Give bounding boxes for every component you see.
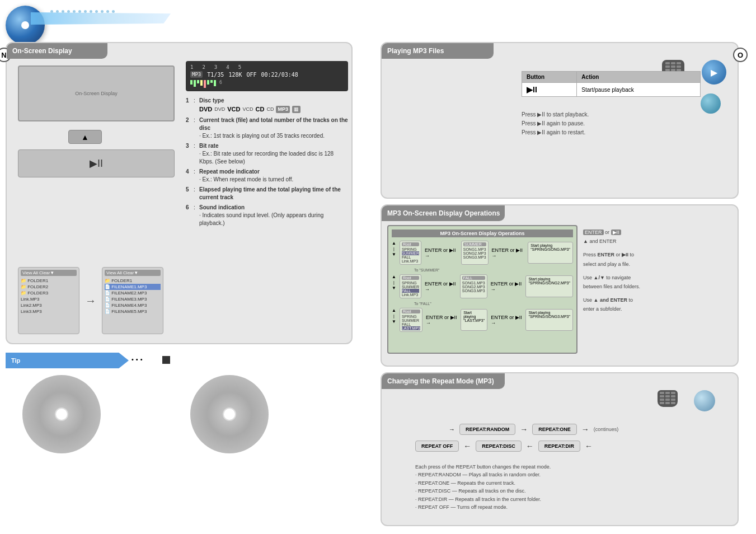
mp3-node-item: LAST.MP3	[402, 326, 420, 330]
osd-icons-row: MP3 T1/35 128K OFF 00:22/03:48	[190, 71, 298, 78]
info-row-3: 3 : Bit rate · Ex.: Bit rate used for re…	[186, 142, 348, 166]
enter-strong: ENTER	[598, 252, 615, 257]
remote-btn	[671, 62, 675, 64]
mp3-row-2: ▲ | ▼ Root SPRING SUMMER FALL Link.MP3 E…	[392, 274, 573, 298]
mp3-node-item: SUMMER	[402, 251, 419, 255]
remote-btn	[665, 395, 670, 397]
ribbon-decoration	[31, 12, 171, 25]
disc-type-dvdr: DVD	[214, 106, 225, 113]
repeat-desc-5: · REPEAT:DIR — Repeats all tracks in the…	[415, 495, 701, 503]
mp3-node-summer: SUMMER SONG1.MP3 SONG2.MP3 SONG3.MP3	[461, 241, 489, 265]
repeat-remote-body	[658, 390, 678, 407]
disc-shape-left	[22, 375, 101, 453]
mp3-node-item: SONG3.MP3	[463, 255, 486, 259]
info-detail-6: · Indicates sound input level. (Only app…	[199, 212, 348, 227]
up-arrow-nav-3: ▲	[392, 308, 396, 313]
play-result-file-3: "LAST.MP3"	[463, 318, 485, 322]
remote-btn	[677, 62, 681, 64]
info-label-6: Sound indication	[199, 204, 245, 210]
mp3-node-item: FALL	[402, 255, 419, 259]
osd-screen-box: On-Screen Display	[18, 65, 175, 121]
remote-btn	[665, 402, 670, 404]
top-decoration	[0, 0, 190, 45]
mp3-instr-1: ENTER or ▶II	[583, 228, 734, 237]
file-item: 📄 FILENAME5.MP3	[105, 308, 161, 315]
disc-type-vcd: VCD	[227, 105, 240, 114]
up-arrow-button[interactable]: ▲	[68, 130, 102, 144]
mp3-node-title: SUMMER	[463, 242, 486, 246]
play-result-4: Start playing "SPRING/SONG3.MP3"	[525, 309, 573, 331]
disc-center-left	[55, 407, 68, 421]
repeat-one-box: REPEAT:ONE	[532, 424, 576, 435]
info-label-5: Elapsed playing time and the total playi…	[199, 186, 341, 200]
stop-icon	[162, 356, 170, 364]
enter-btn-label: ENTER	[583, 229, 604, 235]
file-list-area: View All Clear▼ 📁 FOLDER1 📁 FOLDER2 📁 FO…	[18, 267, 163, 334]
repeat-arrow-3: ←	[463, 442, 471, 451]
file-item: 📁 FOLDER1	[21, 278, 77, 284]
disc-type-icon: ▦	[292, 106, 300, 113]
remote-btn-row	[659, 402, 677, 404]
mp3-node-item: SPRING	[402, 281, 419, 285]
file-item: 📄 FILENAME4.MP3	[105, 302, 161, 308]
file-item: 📄 FILENAME2.MP3	[105, 290, 161, 296]
desc-line-3: Press ▶II again to restart.	[522, 128, 701, 137]
mp3-instr-8: enter a subfolder.	[583, 305, 734, 313]
remote-btn	[660, 395, 664, 397]
repeat-flow-bottom: REPEAT OFF ← REPEAT:DISC ← REPEAT:DIR ←	[415, 441, 701, 452]
info-text-4: Repeat mode indicator · Ex.: When repeat…	[199, 168, 348, 184]
mp3-instr-5: Use ▲/▼ to navigate	[583, 273, 734, 282]
remote-btn	[671, 399, 675, 401]
info-row-6: 6 : Sound indication · Indicates sound i…	[186, 204, 348, 227]
info-row-4: 4 : Repeat mode indicator · Ex.: When re…	[186, 168, 348, 184]
file-item-selected: 📄 FILENAME1.MP3	[105, 284, 161, 290]
table-col-action: Action	[577, 72, 701, 83]
mp3-instructions: ENTER or ▶II ▲ and ENTER Press ENTER or …	[583, 228, 734, 314]
mp3-node-title: Root	[402, 310, 420, 313]
left-panel-title: On-Screen Display	[12, 47, 72, 55]
remote-btn-row	[659, 399, 677, 401]
disc-type-cd: CD	[256, 105, 265, 114]
mp3-osd-screen: MP3 On-Screen Display Operations ▲ | ▼ R…	[387, 225, 577, 354]
repeat-panel-header: Changing the Repeat Mode (MP3)	[382, 373, 505, 389]
repeat-flow-top: → REPEAT:RANDOM → REPEAT:ONE → (continue…	[449, 424, 701, 435]
mp3-instr-6: between files and folders.	[583, 282, 734, 291]
osd-disc-icon: MP3	[190, 71, 203, 78]
mp3-node-title: Root	[402, 242, 419, 246]
mp3-node-item: SPRING	[402, 315, 420, 318]
tip-dots: • • •	[132, 356, 143, 363]
info-list: 1 : Disc type DVD DVD VCD VCD CD CD MP3 …	[186, 97, 348, 227]
repeat-off-box: REPEAT OFF	[415, 441, 459, 452]
play-pause-icon: ▶II	[90, 157, 103, 170]
tip-banner: Tip	[6, 353, 129, 368]
remote-btn	[665, 399, 670, 401]
play-strong: ▶II	[622, 252, 628, 257]
desc-line-2: Press ▶II again to pause.	[522, 119, 701, 128]
info-text-1: Disc type DVD DVD VCD VCD CD CD MP3 ▦	[199, 97, 348, 114]
osd-sound-bars: 6	[190, 80, 298, 88]
right-top-panel: Playing MP3 Files O	[381, 42, 739, 199]
repeat-arrow-1: →	[520, 425, 528, 434]
play-result-2: Start playing "SPRING/SONG2.MP3"	[525, 275, 573, 297]
repeat-disc-box: REPEAT:DISC	[476, 441, 521, 452]
enter-arrow-1: ENTER or ▶II →	[425, 247, 458, 259]
mp3-row-1: ▲ | ▼ Root SPRING SUMMER FALL Link.MP3 E…	[392, 241, 573, 265]
mp3-col-nav-2: ▲ | ▼	[392, 274, 396, 298]
mp3-node-item: FALL	[402, 289, 419, 293]
disc-type-cdr: CD	[266, 106, 274, 113]
mp3-col-nav: ▲ | ▼	[392, 241, 396, 265]
mp3-node-root-2: Root SPRING SUMMER FALL Link.MP3	[400, 274, 421, 298]
play-section: ▶II	[18, 149, 175, 177]
repeat-desc-2: · REPEAT:RANDOM — Plays all tracks in ra…	[415, 471, 701, 479]
info-text-5: Elapsed playing time and the total playi…	[199, 186, 348, 202]
play-button-circle[interactable]: ▶	[702, 60, 726, 85]
file-item: Link2.MP3	[21, 302, 77, 308]
repeat-one-label: REPEAT:ONE	[538, 427, 570, 432]
tip-label: Tip	[11, 357, 20, 364]
osd-track: T1/35	[207, 72, 224, 78]
mp3-node-item: SONG2.MP3	[462, 285, 485, 289]
repeat-arrow-5: ←	[585, 442, 593, 451]
play-result-text: Start playing	[530, 243, 570, 247]
repeat-continues: (continues)	[594, 427, 619, 432]
disc-type-dvd: DVD	[199, 105, 212, 114]
